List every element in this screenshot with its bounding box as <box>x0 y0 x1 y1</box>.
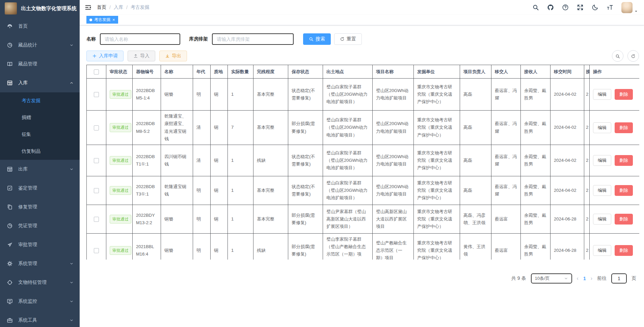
page-content: 名称 库房排架 搜索 重置 入库申请 <box>80 25 644 327</box>
cell-era: 明 <box>193 176 211 205</box>
row-checkbox[interactable] <box>94 158 99 163</box>
table-search-button[interactable] <box>612 50 623 62</box>
next-page-button[interactable]: › <box>591 275 592 281</box>
export-button[interactable]: 导出 <box>159 51 187 61</box>
sidebar-subitem-replica[interactable]: 仿复制品 <box>0 143 80 160</box>
import-button-label: 导入 <box>140 53 150 59</box>
sidebar-item-home[interactable]: 首页 <box>0 17 80 36</box>
toolbox-icon <box>7 317 13 323</box>
row-checkbox[interactable] <box>94 188 99 193</box>
column-header-unit: 发掘单位 <box>414 65 460 79</box>
goto-label: 前往 <box>597 275 607 281</box>
sidebar-item-collection-mgmt[interactable]: 藏品管理 <box>0 55 80 73</box>
delete-button[interactable]: 删除 <box>615 214 633 225</box>
cell-integrity: 基本完整 <box>253 111 288 145</box>
cell-leader: 高磊 <box>460 79 491 111</box>
delete-button[interactable]: 删除 <box>615 185 633 196</box>
sidebar-item-collection-stats[interactable]: 藏品统计 <box>0 36 80 55</box>
cell-name: 四川铜币铜钱 <box>161 145 193 176</box>
sidebar-item-label: 凭证管理 <box>18 223 37 229</box>
name-input[interactable] <box>100 33 180 45</box>
prev-page-button[interactable]: ‹ <box>577 275 579 281</box>
cell-transfer_date: 2024-04-02 <box>551 111 584 145</box>
select-all-header <box>87 65 106 79</box>
select-all-checkbox[interactable] <box>94 69 99 75</box>
delete-button[interactable]: 删除 <box>615 89 633 100</box>
cell-leader: 高磊 <box>460 145 491 176</box>
sidebar-collapse-icon[interactable] <box>84 4 92 11</box>
cell-receiver: 余菀莹、戴胜男 <box>521 176 551 205</box>
font-size-icon[interactable] <box>607 4 613 11</box>
moon-icon[interactable] <box>592 4 598 11</box>
row-select-cell <box>87 234 106 260</box>
sidebar-item-appraisal[interactable]: 鉴定管理 <box>0 179 80 198</box>
edit-button[interactable]: 编辑 <box>593 214 611 225</box>
sidebar-item-label: 鉴定管理 <box>18 185 37 191</box>
cell-name: 铜簪 <box>161 234 193 260</box>
sidebar-item-relic-features[interactable]: 文物特征管理 <box>0 273 80 292</box>
breadcrumb-item[interactable]: 首页 <box>97 4 106 10</box>
sidebar-item-label: 首页 <box>18 23 28 29</box>
row-checkbox[interactable] <box>94 217 99 222</box>
data-table-wrap: 审批状态器物编号名称年代质地实际数量完残程度保存状态出土地点项目名称发掘单位项目… <box>86 65 639 260</box>
tab-archaeological-excavation[interactable]: 考古发掘 × <box>86 16 118 24</box>
sidebar-subitem-archaeology[interactable]: 考古发掘 <box>0 92 80 109</box>
sidebar-item-outbound[interactable]: 出库 <box>0 160 80 179</box>
monitor-icon <box>7 298 13 304</box>
toolbar: 入库申请 导入 导出 <box>86 50 639 62</box>
edit-button[interactable]: 编辑 <box>593 185 611 196</box>
sidebar-item-approval[interactable]: 审批管理 <box>0 235 80 254</box>
row-checkbox[interactable] <box>94 248 99 253</box>
delete-button[interactable]: 删除 <box>615 245 633 256</box>
sidebar-item-label: 藏品管理 <box>18 61 37 67</box>
pagination-total: 共 9 条 <box>511 275 526 281</box>
edit-button[interactable]: 编辑 <box>593 155 611 166</box>
sidebar-item-restoration[interactable]: 修复管理 <box>0 198 80 216</box>
shelf-input[interactable] <box>212 33 294 45</box>
cell-qty: 1 <box>228 234 253 260</box>
cell-transfer_date: 2024-04-02 <box>551 79 584 111</box>
sidebar-item-system-tools[interactable]: 系统工具 <box>0 311 80 327</box>
plus-icon <box>92 54 97 58</box>
sidebar-item-voucher[interactable]: 凭证管理 <box>0 216 80 235</box>
cell-name: 乾隆通宝、康熙通宝、道光通宝铜钱 <box>161 111 193 145</box>
sidebar-item-system-monitor[interactable]: 系统监控 <box>0 292 80 311</box>
tab-close-icon[interactable]: × <box>112 18 115 22</box>
edit-button[interactable]: 编辑 <box>593 89 611 100</box>
edit-button[interactable]: 编辑 <box>593 122 611 133</box>
fullscreen-icon[interactable] <box>577 4 584 11</box>
reset-button[interactable]: 重置 <box>334 33 362 45</box>
cell-status: 审批通过 <box>106 234 133 260</box>
cell-transferor: 蔡远富 <box>491 205 521 234</box>
question-icon[interactable] <box>562 4 569 11</box>
search-icon[interactable] <box>532 4 539 11</box>
cell-transferor: 蔡远富 <box>491 234 521 260</box>
sidebar-subitem-label: 仿复制品 <box>22 148 41 154</box>
page-size-select[interactable]: 10条/页 <box>531 273 572 284</box>
table-refresh-button[interactable] <box>627 50 639 62</box>
import-button[interactable]: 导入 <box>128 51 155 61</box>
inbound-apply-button[interactable]: 入库申请 <box>86 51 124 61</box>
row-checkbox[interactable] <box>94 92 99 97</box>
cell-unit: 重庆市文物考古研究院（重庆文化遗产保护中心） <box>414 111 460 145</box>
cell-preservation: 部分损腐(需要修复) <box>288 205 323 234</box>
github-icon[interactable] <box>547 4 554 11</box>
delete-button[interactable]: 删除 <box>615 155 633 166</box>
copy-icon <box>7 204 13 210</box>
sidebar-item-system-mgmt[interactable]: 系统管理 <box>0 254 80 273</box>
sidebar-subitem-solicitation[interactable]: 征集 <box>0 126 80 143</box>
user-menu[interactable] <box>621 2 638 13</box>
search-button[interactable]: 搜索 <box>303 33 331 45</box>
goto-page-input[interactable] <box>611 273 627 284</box>
sidebar-item-inbound[interactable]: 入库 <box>0 73 80 92</box>
cell-transferor: 蔡远富、冯耀 <box>491 176 521 205</box>
current-page[interactable]: 1 <box>583 276 586 281</box>
edit-button[interactable]: 编辑 <box>593 245 611 256</box>
cell-integrity: 基本完整 <box>253 176 288 205</box>
sidebar-subitem-donation[interactable]: 捐赠 <box>0 109 80 126</box>
cell-unit: 重庆市文物考古研究院（重庆文化遗产保护中心） <box>414 234 460 260</box>
chevron-down-icon <box>70 280 74 285</box>
row-checkbox[interactable] <box>94 125 99 130</box>
cell-site: 璧山白家院子墓群（璧山区20GWh动力电池扩能项目） <box>323 79 373 111</box>
delete-button[interactable]: 删除 <box>615 122 633 133</box>
